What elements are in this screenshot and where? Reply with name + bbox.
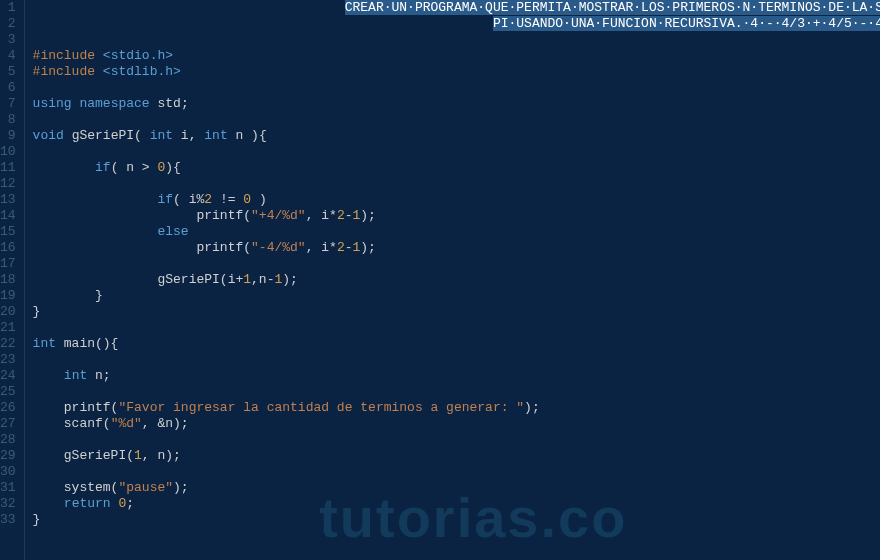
code-token: #include [33, 64, 103, 79]
line-number: 1 [0, 0, 16, 16]
code-token: system( [33, 480, 119, 495]
line-number: 30 [0, 464, 16, 480]
line-number: 24 [0, 368, 16, 384]
code-token: n; [87, 368, 110, 383]
code-editor[interactable]: 1234567891011121314151617181920212223242… [0, 0, 880, 560]
code-token: ,n- [251, 272, 274, 287]
code-line[interactable] [33, 80, 880, 96]
code-token: ); [173, 480, 189, 495]
code-token: ); [524, 400, 540, 415]
code-line[interactable] [33, 352, 880, 368]
code-token [33, 192, 158, 207]
code-token: } [33, 304, 41, 319]
line-number: 14 [0, 208, 16, 224]
code-token: <stdlib.h> [103, 64, 181, 79]
code-line[interactable]: void gSeriePI( int i, int n ){ [33, 128, 880, 144]
code-token: "+4/%d" [251, 208, 306, 223]
line-number: 29 [0, 448, 16, 464]
code-line[interactable]: using namespace std; [33, 96, 880, 112]
code-line[interactable]: } [33, 512, 880, 528]
line-number: 27 [0, 416, 16, 432]
code-line[interactable]: PI·USANDO·UNA·FUNCION·RECURSIVA.·4·-·4/3… [33, 16, 880, 32]
code-token [33, 368, 64, 383]
code-token: main(){ [56, 336, 118, 351]
line-number: 8 [0, 112, 16, 128]
code-line[interactable]: printf("-4/%d", i*2-1); [33, 240, 880, 256]
code-line[interactable] [33, 32, 880, 48]
code-token: ( i [173, 192, 196, 207]
code-line[interactable] [33, 112, 880, 128]
code-token: - [345, 208, 353, 223]
code-line[interactable]: if( i%2 != 0 ) [33, 192, 880, 208]
code-token: i, [173, 128, 204, 143]
code-token: , &n); [142, 416, 189, 431]
code-token: n ){ [228, 128, 267, 143]
code-line[interactable]: #include <stdlib.h> [33, 64, 880, 80]
code-token [33, 160, 95, 175]
code-token: gSeriePI( [64, 128, 150, 143]
code-token: ){ [165, 160, 181, 175]
line-number: 7 [0, 96, 16, 112]
code-token: CREAR·UN·PROGRAMA·QUE·PERMITA·MOSTRAR·LO… [345, 0, 880, 15]
code-line[interactable]: if( n > 0){ [33, 160, 880, 176]
code-token: gSeriePI( [33, 448, 134, 463]
code-line[interactable]: #include <stdio.h> [33, 48, 880, 64]
line-number-gutter: 1234567891011121314151617181920212223242… [0, 0, 25, 560]
code-line[interactable]: } [33, 288, 880, 304]
code-line[interactable]: gSeriePI(1, n); [33, 448, 880, 464]
code-token: "Favor ingresar la cantidad de terminos … [118, 400, 524, 415]
code-line[interactable]: scanf("%d", &n); [33, 416, 880, 432]
code-line[interactable] [33, 144, 880, 160]
code-token: 1 [134, 448, 142, 463]
code-token: printf( [33, 240, 251, 255]
line-number: 6 [0, 80, 16, 96]
code-line[interactable] [33, 320, 880, 336]
code-token: != [212, 192, 243, 207]
line-number: 28 [0, 432, 16, 448]
code-token: 1 [243, 272, 251, 287]
code-token: "%d" [111, 416, 142, 431]
code-token: "pause" [118, 480, 173, 495]
code-token: ; [126, 496, 134, 511]
code-token: if [95, 160, 111, 175]
code-token: } [33, 288, 103, 303]
line-number: 18 [0, 272, 16, 288]
line-number: 21 [0, 320, 16, 336]
code-token: 2 [337, 240, 345, 255]
code-line[interactable]: system("pause"); [33, 480, 880, 496]
code-token: namespace [79, 96, 149, 111]
code-token: printf( [33, 208, 251, 223]
code-line[interactable] [33, 176, 880, 192]
code-token: ); [360, 240, 376, 255]
line-number: 26 [0, 400, 16, 416]
code-token: ); [360, 208, 376, 223]
code-line[interactable]: } [33, 304, 880, 320]
line-number: 22 [0, 336, 16, 352]
code-line[interactable]: int n; [33, 368, 880, 384]
code-token: int [204, 128, 227, 143]
code-line[interactable] [33, 256, 880, 272]
code-line[interactable]: CREAR·UN·PROGRAMA·QUE·PERMITA·MOSTRAR·LO… [33, 0, 880, 16]
code-token: PI·USANDO·UNA·FUNCION·RECURSIVA.·4·-·4/3… [493, 16, 880, 31]
code-token: } [33, 512, 41, 527]
line-number: 11 [0, 160, 16, 176]
code-line[interactable]: int main(){ [33, 336, 880, 352]
code-line[interactable] [33, 464, 880, 480]
code-token: ( n > [111, 160, 158, 175]
code-line[interactable] [33, 384, 880, 400]
code-line[interactable]: printf("Favor ingresar la cantidad de te… [33, 400, 880, 416]
code-line[interactable]: else [33, 224, 880, 240]
code-token: int [33, 336, 56, 351]
code-line[interactable]: return 0; [33, 496, 880, 512]
code-token [33, 496, 64, 511]
code-line[interactable]: gSeriePI(i+1,n-1); [33, 272, 880, 288]
code-line[interactable] [33, 432, 880, 448]
code-token: std [150, 96, 181, 111]
code-token: int [64, 368, 87, 383]
code-token: , i* [306, 208, 337, 223]
code-token: 0 [243, 192, 251, 207]
code-token: printf( [33, 400, 119, 415]
line-number: 33 [0, 512, 16, 528]
code-line[interactable]: printf("+4/%d", i*2-1); [33, 208, 880, 224]
code-area[interactable]: tutorias.co CREAR·UN·PROGRAMA·QUE·PERMIT… [25, 0, 880, 560]
